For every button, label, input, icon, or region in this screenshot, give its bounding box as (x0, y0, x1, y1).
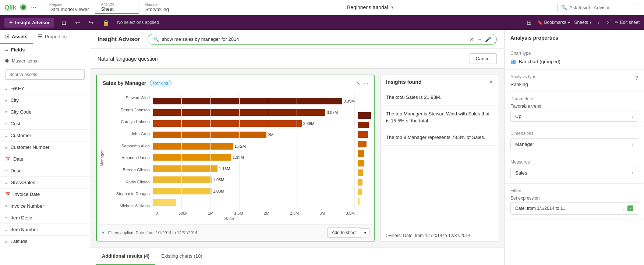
back-icon[interactable]: ↩ (74, 18, 81, 28)
bar-value: 2M (268, 133, 273, 137)
add-to-sheet-button[interactable]: Add to sheet ▾ (327, 228, 369, 238)
clear-search-icon[interactable]: ✕ (470, 36, 474, 42)
x-axis: 0500k1M1.5M2M2.5M3M3.5M (105, 210, 355, 215)
insight-advisor-button[interactable]: ✦ Insight Advisor (4, 18, 54, 28)
mini-bar (358, 112, 371, 119)
pencil-icon: ✏ (615, 20, 619, 25)
bar-fill (153, 165, 217, 172)
mini-bar-row (358, 140, 371, 148)
nav-right-icons: ⊞ 🔖 Bookmarks ▾ Sheets ▾ ‹ › ✏ Edit shee… (525, 18, 640, 28)
bar-row[interactable]: 2.66M (153, 119, 355, 128)
expand-icon[interactable]: ⤡ (356, 80, 360, 86)
field-item[interactable]: 📅Date (0, 153, 90, 165)
bar-row[interactable]: 1.42M (153, 142, 355, 150)
fields-section: ≡ Fields ⭓ Master items (0, 44, 90, 67)
prepare-nav[interactable]: Prepare Data model viewer (43, 1, 95, 14)
insight-item: The top Manager is Stewart Wind with Sal… (381, 106, 498, 129)
field-item[interactable]: ≡Customer Number (0, 142, 90, 153)
bookmarks-button[interactable]: 🔖 Bookmarks ▾ (537, 20, 570, 25)
field-item[interactable]: ≡City Code (0, 106, 90, 118)
add-to-sheet-dropdown[interactable]: ▾ (361, 228, 369, 237)
grid-icon[interactable]: ⊞ (525, 18, 533, 28)
favorable-trend-value[interactable]: Up › (510, 111, 638, 122)
close-insights-icon[interactable]: × (489, 79, 493, 85)
search-assets-input[interactable] (5, 69, 85, 80)
forward-icon[interactable]: ↪ (87, 18, 95, 28)
field-item[interactable]: ≡City (0, 94, 90, 106)
bar-row[interactable]: 1.05M (153, 176, 355, 184)
chart-card: Sales by Manager Ranking ⤡ ··· Manager (96, 75, 375, 241)
bar-row[interactable]: 1.13M (153, 165, 355, 173)
analyze-nav[interactable]: Analyze Sheet (95, 1, 139, 14)
insights-panel: Insights found × The total Sales is 21.9… (381, 75, 498, 241)
chevron-down-icon[interactable]: ▾ (391, 5, 393, 10)
bar-fill (153, 120, 302, 127)
field-item[interactable]: ≡Customer (0, 130, 90, 142)
bar-row[interactable]: 3.07M (153, 108, 355, 117)
ask-ia-input[interactable] (569, 5, 634, 10)
bar-row[interactable]: 2M (153, 131, 355, 139)
prev-sheet-icon[interactable]: ‹ (596, 18, 601, 27)
y-label: Samantha Allen (121, 144, 150, 148)
bar-row[interactable]: 3.39M (153, 97, 355, 105)
narrate-nav[interactable]: Narrate Storytelling (139, 1, 183, 14)
tab-assets[interactable]: ⊡ Assets (0, 30, 33, 44)
filter-expression-row[interactable]: Date: from 1/1/2014 to 1... › ✓ (510, 202, 638, 215)
filters-label: Filters (510, 188, 638, 193)
field-item[interactable]: ≡Item Number (0, 224, 90, 236)
bar-fill (153, 188, 212, 194)
field-item[interactable]: 📅Invoice Date (0, 189, 90, 200)
cancel-button[interactable]: Cancel (470, 53, 497, 64)
edit-sheet-button[interactable]: ✏ Edit sheet (615, 20, 640, 25)
add-to-sheet-main[interactable]: Add to sheet (327, 228, 361, 238)
field-item[interactable]: ≡%KEY (0, 83, 90, 94)
dimension-chevron-icon: › (632, 142, 633, 147)
app-title: Beginner's tutorial ▾ (183, 4, 557, 10)
more-chart-options-icon[interactable]: ··· (364, 80, 368, 86)
selection-icon[interactable]: ⊡ (60, 18, 68, 28)
submit-search-icon[interactable]: → (477, 36, 482, 42)
y-axis: Stewart WindDennis JohnsonCarolyn Halmon… (105, 94, 153, 210)
analysis-properties-title: Analysis properties (505, 30, 644, 46)
measure-row[interactable]: Sales › (510, 167, 638, 179)
bar-row[interactable]: 1.03M (153, 187, 355, 195)
filters-bar: ▼ Filters applied: Date: from 1/1/2014 t… (97, 224, 374, 241)
lock-icon[interactable]: 🔒 (101, 18, 111, 28)
microphone-icon[interactable]: 🎤 (485, 36, 491, 42)
filter-checkbox[interactable]: ✓ (627, 205, 633, 211)
x-label: 2M (264, 211, 269, 215)
more-options-icon[interactable]: ··· (29, 4, 39, 11)
field-item[interactable]: ≡Desc (0, 165, 90, 177)
field-item[interactable]: ≡GrossSales (0, 177, 90, 189)
top-nav: Qlik ··· Prepare Data model viewer Analy… (0, 0, 644, 15)
ia-search-bar[interactable]: 🔍 ✕ → 🎤 (148, 34, 497, 45)
dimension-row[interactable]: Manager › (510, 138, 638, 150)
next-sheet-icon[interactable]: › (605, 18, 610, 27)
field-item[interactable]: ≡Invoice Number (0, 200, 90, 212)
chart-body: Manager Stewart WindDennis JohnsonCaroly… (97, 91, 374, 224)
mini-bar (358, 122, 369, 128)
bookmarks-chevron-icon: ▾ (568, 20, 570, 25)
x-label: 3.5M (346, 211, 354, 215)
bar-row[interactable]: 1.39M (153, 153, 355, 161)
field-item[interactable]: ≡Item Desc (0, 212, 90, 224)
fields-label[interactable]: ≡ Fields (0, 44, 90, 55)
chart-title: Sales by Manager (103, 80, 146, 86)
y-label: Carolyn Halmon (121, 119, 150, 124)
bottom-tab[interactable]: Additional results (4) (96, 248, 155, 265)
mini-bar-row (358, 188, 371, 196)
bar-row[interactable] (153, 198, 355, 207)
sheets-button[interactable]: Sheets ▾ (574, 20, 592, 25)
y-label: Kathy Clinton (126, 180, 150, 184)
master-items-button[interactable]: ⭓ Master items (0, 55, 90, 67)
field-item[interactable]: ≡Latitude (0, 236, 90, 247)
ia-search-input[interactable] (162, 36, 467, 42)
help-icon[interactable]: ? (635, 75, 638, 81)
mini-bar (358, 198, 360, 205)
field-item[interactable]: ≡Cost (0, 118, 90, 130)
tab-properties[interactable]: ☰ Properties (33, 30, 72, 44)
mini-bar (358, 179, 362, 186)
mini-bar-row (358, 169, 371, 177)
bottom-tab[interactable]: Existing charts (10) (155, 248, 208, 265)
ask-insight-advisor-bar[interactable]: 🔍 (557, 3, 638, 12)
